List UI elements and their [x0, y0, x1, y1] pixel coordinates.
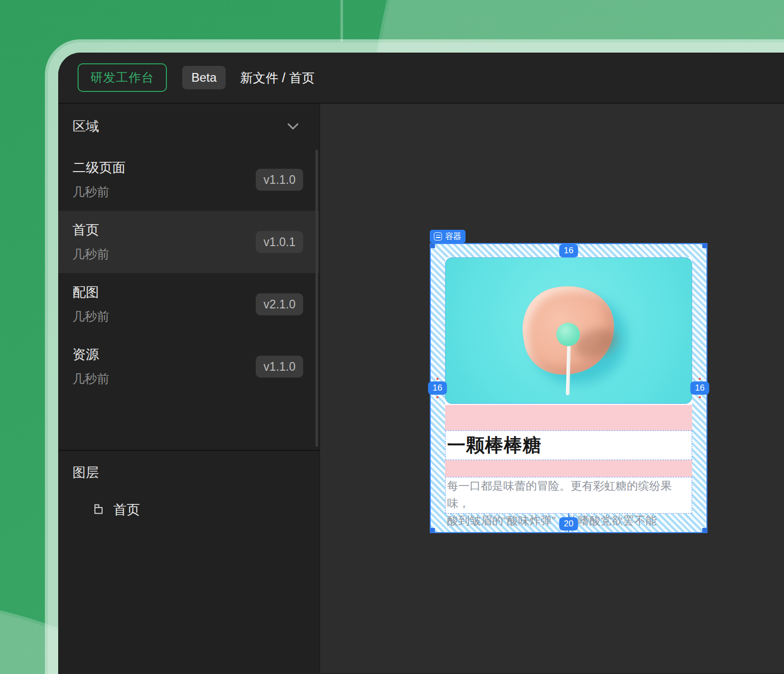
sidebar-divider: [58, 450, 319, 451]
padding-badge-top: 16: [559, 244, 578, 257]
padding-badge-left: 16: [428, 381, 447, 395]
container-tag[interactable]: 容器: [430, 230, 465, 243]
sidebar-scrollbar[interactable]: [315, 150, 318, 447]
padding-badge-bottom: 20: [559, 517, 578, 531]
page-item-resources[interactable]: 资源 几秒前 v1.1.0: [58, 335, 319, 398]
area-section-title: 区域: [72, 117, 99, 135]
layers-section-title: 图层: [72, 464, 99, 482]
top-bar: 研发工作台 Beta 新文件 / 首页: [58, 53, 784, 104]
page-item-home[interactable]: 首页 几秒前 v1.0.1: [58, 211, 319, 273]
background-decoration-line: [340, 0, 343, 42]
selection-handle[interactable]: [702, 528, 707, 533]
selection-border: [430, 243, 707, 533]
frame-icon: [92, 502, 105, 518]
measure-dot: [436, 396, 438, 398]
measure-dot: [436, 378, 438, 380]
measure-dot: [699, 396, 701, 398]
container-icon: [434, 232, 442, 240]
area-section-header[interactable]: 区域: [58, 104, 319, 149]
selection-handle[interactable]: [430, 244, 435, 248]
page-item-illustration[interactable]: 配图 几秒前 v2.1.0: [58, 273, 319, 335]
selection-handle[interactable]: [702, 244, 707, 248]
layer-name: 首页: [113, 501, 140, 519]
breadcrumb[interactable]: 新文件 / 首页: [240, 69, 314, 86]
sidebar: 区域 二级页面 几秒前 v1.1.0 首页 几秒前 v1.0.1 配图 几秒前: [58, 104, 320, 673]
workbench-button[interactable]: 研发工作台: [78, 63, 167, 92]
layer-item-home[interactable]: 首页: [92, 501, 140, 519]
version-badge: v1.1.0: [256, 356, 303, 378]
chevron-down-icon[interactable]: [287, 123, 299, 130]
selected-container[interactable]: 一颗棒棒糖 每一口都是味蕾的冒险。更有彩虹糖的缤纷果味， 酸到皱眉的“酸味炸弹”…: [430, 243, 707, 533]
version-badge: v2.1.0: [256, 294, 303, 316]
padding-badge-right: 16: [691, 381, 709, 395]
version-badge: v1.1.0: [256, 169, 303, 191]
measure-dot: [699, 378, 701, 380]
page-item-secondary[interactable]: 二级页面 几秒前 v1.1.0: [58, 149, 319, 211]
app-window: 研发工作台 Beta 新文件 / 首页 区域 二级页面 几秒前 v1.1.0 首…: [58, 53, 784, 674]
design-canvas[interactable]: 容器 一颗棒棒糖: [320, 104, 784, 673]
selection-handle[interactable]: [430, 528, 435, 533]
version-badge: v1.0.1: [256, 231, 303, 253]
container-tag-label: 容器: [445, 231, 461, 242]
beta-badge: Beta: [182, 66, 226, 89]
